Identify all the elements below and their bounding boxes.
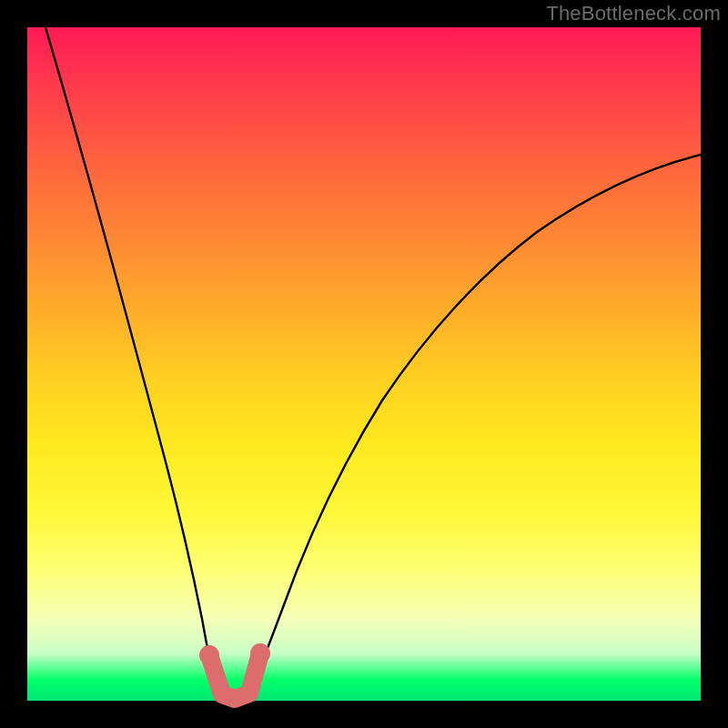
plot-area — [27, 27, 701, 701]
right-branch — [246, 155, 701, 699]
left-branch — [46, 27, 224, 699]
curves-svg — [27, 27, 701, 701]
highlight-start-dot — [199, 645, 219, 665]
highlight-end-dot — [250, 643, 270, 663]
watermark-text: TheBottleneck.com — [546, 2, 721, 25]
chart-frame: TheBottleneck.com — [0, 0, 728, 728]
